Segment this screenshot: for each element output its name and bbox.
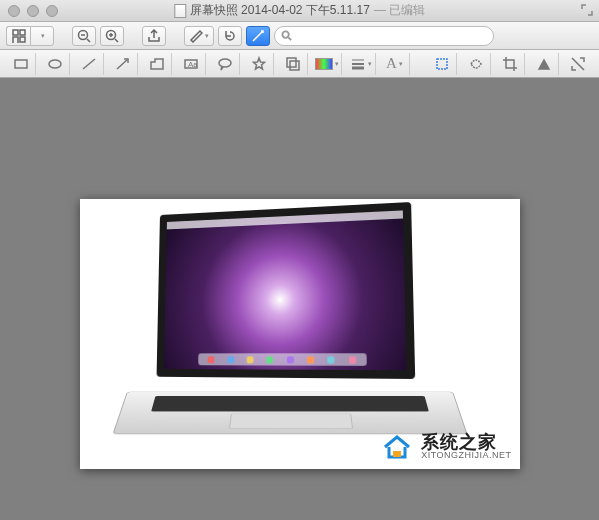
search-icon (281, 30, 292, 41)
document-icon (174, 4, 186, 18)
svg-rect-2 (13, 37, 18, 43)
watermark-text-en: XITONGZHIJIA.NET (421, 451, 511, 460)
speech-bubble-tool[interactable] (210, 53, 240, 75)
text-style-picker[interactable]: A▾ (380, 53, 410, 75)
laptop-trackpad (228, 414, 352, 429)
watermark-logo-icon (379, 431, 415, 461)
document-image[interactable]: 系统之家 XITONGZHIJIA.NET (80, 199, 520, 469)
fullscreen-icon[interactable] (581, 4, 593, 16)
text-A-icon: A (386, 55, 397, 72)
close-window-button[interactable] (8, 5, 20, 17)
laptop-illustration (130, 207, 450, 457)
svg-point-19 (219, 59, 231, 67)
crop-tool[interactable] (495, 53, 525, 75)
main-toolbar: ▾ ▾ (0, 22, 599, 50)
svg-rect-3 (20, 37, 25, 42)
line-tool[interactable] (74, 53, 104, 75)
traffic-lights (8, 5, 58, 17)
share-button[interactable] (142, 26, 166, 46)
adjust-size-tool[interactable] (563, 53, 593, 75)
svg-rect-25 (437, 59, 447, 69)
laptop-base (112, 392, 467, 434)
rotate-button[interactable] (218, 26, 242, 46)
minimize-window-button[interactable] (27, 5, 39, 17)
lasso-select-tool[interactable] (461, 53, 491, 75)
window-titlebar: 屏幕快照 2014-04-02 下午5.11.17 — 已编辑 (0, 0, 599, 22)
view-mode-button[interactable] (6, 26, 30, 46)
view-dropdown-button[interactable]: ▾ (30, 26, 54, 46)
color-swatch-icon (315, 58, 333, 70)
mask-tool[interactable] (278, 53, 308, 75)
line-weight-picker[interactable]: ▾ (346, 53, 376, 75)
svg-point-11 (282, 31, 288, 37)
svg-line-15 (83, 59, 95, 69)
textbox-tool[interactable]: Aa (176, 53, 206, 75)
svg-text:Aa: Aa (188, 60, 198, 69)
view-segment: ▾ (6, 26, 54, 46)
markup-toggle-button[interactable] (246, 26, 270, 46)
watermark-text-cn: 系统之家 (421, 433, 511, 451)
svg-line-16 (117, 59, 128, 69)
svg-line-5 (87, 39, 90, 42)
polygon-tool[interactable] (142, 53, 172, 75)
arrow-tool[interactable] (108, 53, 138, 75)
desktop-wallpaper (163, 210, 405, 370)
laptop-screen (156, 202, 415, 379)
star-tool[interactable] (244, 53, 274, 75)
zoom-window-button[interactable] (46, 5, 58, 17)
oval-tool[interactable] (40, 53, 70, 75)
edited-indicator: — 已编辑 (374, 2, 425, 19)
svg-rect-1 (20, 30, 25, 35)
svg-rect-26 (393, 451, 401, 457)
rect-tool[interactable] (6, 53, 36, 75)
window-title: 屏幕快照 2014-04-02 下午5.11.17 — 已编辑 (174, 2, 425, 19)
rect-select-tool[interactable] (427, 53, 457, 75)
svg-point-14 (49, 60, 61, 68)
search-field[interactable] (274, 26, 494, 46)
markup-toolbar: Aa ▾ ▾ A▾ (0, 50, 599, 78)
zoom-out-button[interactable] (72, 26, 96, 46)
macos-dock (197, 353, 366, 366)
canvas-area[interactable]: 系统之家 XITONGZHIJIA.NET (0, 78, 599, 520)
svg-rect-21 (290, 61, 299, 70)
watermark: 系统之家 XITONGZHIJIA.NET (379, 431, 511, 461)
svg-line-12 (288, 37, 291, 40)
zoom-in-button[interactable] (100, 26, 124, 46)
search-input[interactable] (296, 30, 487, 42)
laptop-keyboard (151, 396, 429, 411)
instant-alpha-tool[interactable] (529, 53, 559, 75)
svg-rect-13 (15, 60, 27, 68)
svg-rect-0 (13, 30, 18, 35)
svg-line-8 (115, 39, 118, 42)
svg-rect-20 (287, 58, 296, 67)
highlight-button[interactable]: ▾ (184, 26, 214, 46)
title-text: 屏幕快照 2014-04-02 下午5.11.17 (190, 2, 370, 19)
color-picker[interactable]: ▾ (312, 53, 342, 75)
